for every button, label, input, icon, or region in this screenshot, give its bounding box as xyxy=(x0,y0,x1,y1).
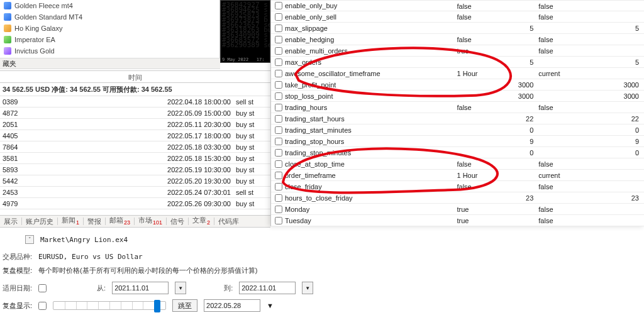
to-date-input[interactable]: 2022.11.01 xyxy=(239,282,296,294)
param-value[interactable]: 0 xyxy=(457,124,539,135)
param-opt-checkbox[interactable] xyxy=(275,138,282,145)
param-value-2[interactable]: false xyxy=(538,34,644,45)
param-value-2[interactable]: 5 xyxy=(538,23,644,33)
param-value[interactable]: 5 xyxy=(457,57,539,67)
param-row[interactable]: order_timeframe1 Hourcurrent xyxy=(271,170,644,181)
param-value[interactable]: false xyxy=(457,1,539,11)
param-row[interactable]: trading_stop_minutes00 xyxy=(271,147,644,158)
history-row[interactable]: 49792022.05.26 09:30:00buy st xyxy=(0,198,270,209)
param-row[interactable]: Tuesdaytruefalse xyxy=(271,215,644,226)
param-value[interactable]: false xyxy=(457,34,539,45)
skip-date-dropdown[interactable]: ▼ xyxy=(267,302,274,309)
param-value-2[interactable]: 9 xyxy=(538,136,644,146)
param-value[interactable]: false xyxy=(457,102,539,113)
param-opt-checkbox[interactable] xyxy=(275,25,282,32)
terminal-tab[interactable]: 代码库 xyxy=(214,215,243,228)
param-opt-checkbox[interactable] xyxy=(275,92,282,100)
terminal-tab[interactable]: 账户历史 xyxy=(22,215,57,228)
param-row[interactable]: take_profit_point30003000 xyxy=(271,79,644,91)
history-row[interactable]: 20512022.05.11 20:30:00buy st xyxy=(0,119,270,130)
param-value[interactable]: 0 xyxy=(457,147,539,158)
param-value-2[interactable]: false xyxy=(538,158,644,169)
param-value-2[interactable]: 23 xyxy=(538,192,644,203)
param-row[interactable]: hours_to_close_friday2323 xyxy=(271,192,644,204)
param-opt-checkbox[interactable] xyxy=(275,183,282,190)
param-row[interactable]: close_fridayfalsefalse xyxy=(271,181,644,192)
param-opt-checkbox[interactable] xyxy=(275,126,282,134)
param-value[interactable]: 9 xyxy=(457,136,539,146)
param-opt-checkbox[interactable] xyxy=(275,149,282,157)
param-opt-checkbox[interactable] xyxy=(275,206,282,213)
param-value-2[interactable]: false xyxy=(538,204,644,214)
param-value[interactable]: 1 Hour xyxy=(457,170,539,180)
chevron-down-icon[interactable]: ˅ xyxy=(25,235,34,244)
param-value[interactable]: false xyxy=(457,11,539,22)
skip-button[interactable]: 跳至 xyxy=(172,299,197,312)
param-value-2[interactable]: false xyxy=(538,1,644,11)
history-row[interactable]: 54422022.05.20 19:30:00buy st xyxy=(0,175,270,187)
param-row[interactable]: close_at_stop_timefalsefalse xyxy=(271,158,644,170)
favorites-tab[interactable]: 藏夹 xyxy=(0,58,220,69)
param-value[interactable]: 3000 xyxy=(457,91,539,101)
param-value-2[interactable]: false xyxy=(538,45,644,56)
param-row[interactable]: trading_start_hours2222 xyxy=(271,113,644,124)
param-row[interactable]: trading_start_minutes00 xyxy=(271,124,644,136)
ea-tree-item[interactable]: Golden Standard MT4 xyxy=(0,11,219,23)
skip-date-input[interactable]: 2022.05.28 xyxy=(204,299,260,312)
param-value-2[interactable]: 22 xyxy=(538,113,644,124)
history-row[interactable]: 03892022.04.18 18:00:00sell st xyxy=(0,96,270,108)
ea-tree-item[interactable]: Ho King Galaxy xyxy=(0,23,219,34)
param-value-2[interactable]: false xyxy=(538,181,644,192)
param-value[interactable]: false xyxy=(457,181,539,192)
param-value[interactable]: true xyxy=(457,215,539,226)
terminal-tab[interactable]: 展示 xyxy=(0,215,21,228)
terminal-tab[interactable]: 信号 xyxy=(167,215,188,228)
history-row[interactable]: 48722022.05.09 15:00:00buy st xyxy=(0,108,270,119)
ea-tree-item[interactable]: Imperator EA xyxy=(0,34,219,45)
to-date-dropdown[interactable]: ▼ xyxy=(302,282,313,294)
param-opt-checkbox[interactable] xyxy=(275,115,282,123)
param-value-2[interactable]: false xyxy=(538,102,644,113)
terminal-tab[interactable]: 警报 xyxy=(84,215,105,228)
param-row[interactable]: stop_loss_point30003000 xyxy=(271,91,644,102)
speed-slider[interactable] xyxy=(53,301,166,310)
param-value[interactable]: 22 xyxy=(457,113,539,124)
param-row[interactable]: Mondaytruefalse xyxy=(271,204,644,215)
param-opt-checkbox[interactable] xyxy=(275,47,282,55)
history-row[interactable]: 78642022.05.18 03:30:00buy st xyxy=(0,141,270,153)
param-value-2[interactable]: 5 xyxy=(538,57,644,67)
param-opt-checkbox[interactable] xyxy=(275,81,282,89)
history-row[interactable]: 44052022.05.17 18:00:00buy st xyxy=(0,130,270,141)
param-value[interactable]: 1 Hour xyxy=(457,68,539,79)
param-opt-checkbox[interactable] xyxy=(275,172,282,179)
param-opt-checkbox[interactable] xyxy=(275,194,282,202)
param-row[interactable]: enable_only_buyfalsefalse xyxy=(271,0,644,11)
terminal-tab[interactable]: 文章2 xyxy=(189,214,214,229)
param-value-2[interactable]: false xyxy=(538,11,644,22)
param-row[interactable]: enable_multi_orderstruefalse xyxy=(271,45,644,57)
terminal-tab[interactable]: 邮箱23 xyxy=(106,214,134,229)
param-row[interactable]: trading_hoursfalsefalse xyxy=(271,102,644,113)
param-value[interactable]: true xyxy=(457,204,539,214)
param-row[interactable]: max_slippage55 xyxy=(271,23,644,34)
from-date-dropdown[interactable]: ▼ xyxy=(175,282,186,294)
slider-thumb[interactable] xyxy=(154,300,160,312)
model-value[interactable]: 每个即时价格(基于所有可利用的最小时段的每一个价格的分形插值计算) xyxy=(38,266,257,275)
param-value-2[interactable]: current xyxy=(538,68,644,79)
ea-file-path[interactable]: Market\Angry Lion.ex4 xyxy=(40,236,128,244)
param-opt-checkbox[interactable] xyxy=(275,104,282,111)
param-opt-checkbox[interactable] xyxy=(275,2,282,9)
param-row[interactable]: enable_hedgingfalsefalse xyxy=(271,34,644,45)
symbol-value[interactable]: EURUSD, Euro vs US Dollar xyxy=(38,253,143,261)
param-value[interactable]: 23 xyxy=(457,192,539,203)
param-opt-checkbox[interactable] xyxy=(275,36,282,43)
history-row[interactable]: 35812022.05.18 15:30:00buy st xyxy=(0,153,270,164)
ea-tree-item[interactable]: Golden Fleece mt4 xyxy=(0,0,219,11)
time-column-header[interactable]: 时间 xyxy=(75,71,195,82)
ea-tree-item[interactable]: Invictus Gold xyxy=(0,45,219,57)
param-opt-checkbox[interactable] xyxy=(275,58,282,66)
use-date-checkbox[interactable] xyxy=(38,284,47,292)
param-row[interactable]: trading_stop_hours99 xyxy=(271,136,644,147)
history-row[interactable]: 24532022.05.24 07:30:01sell st xyxy=(0,187,270,198)
terminal-tab[interactable]: 新闻1 xyxy=(58,214,83,229)
